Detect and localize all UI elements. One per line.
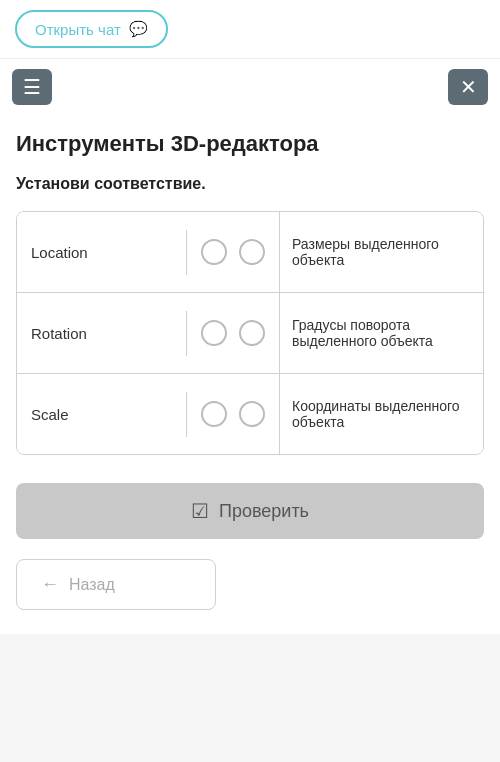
left-label-location: Location [31,244,88,261]
right-cell-rotation: Градусы поворота выделенного объекта [279,293,483,373]
matching-area: Location Размеры выделенного объекта Rot… [16,211,484,455]
left-label-rotation: Rotation [31,325,87,342]
table-row: Scale Координаты выделенного объекта [17,374,483,454]
radio-group-rotation [187,320,279,346]
instruction-text: Установи соответствие. [16,175,484,193]
check-icon: ☑ [191,499,209,523]
right-cell-location: Размеры выделенного объекта [279,212,483,292]
check-label: Проверить [219,501,309,522]
open-chat-label: Открыть чат [35,21,121,38]
arrow-left-icon: ← [41,574,59,595]
radio-left-rotation[interactable] [201,320,227,346]
right-label-rotation: Градусы поворота выделенного объекта [292,317,471,349]
open-chat-button[interactable]: Открыть чат 💬 [15,10,168,48]
left-cell-rotation: Rotation [17,311,187,356]
menu-button[interactable]: ☰ [12,69,52,105]
radio-right-location[interactable] [239,239,265,265]
chat-icon: 💬 [129,20,148,38]
back-button[interactable]: ← Назад [16,559,216,610]
top-bar: Открыть чат 💬 [0,0,500,58]
right-cell-scale: Координаты выделенного объекта [279,374,483,454]
right-label-scale: Координаты выделенного объекта [292,398,471,430]
table-row: Rotation Градусы поворота выделенного об… [17,293,483,374]
radio-left-location[interactable] [201,239,227,265]
radio-left-scale[interactable] [201,401,227,427]
table-row: Location Размеры выделенного объекта [17,212,483,293]
left-label-scale: Scale [31,406,69,423]
radio-right-rotation[interactable] [239,320,265,346]
menu-icon: ☰ [23,75,41,99]
right-label-location: Размеры выделенного объекта [292,236,471,268]
back-label: Назад [69,576,115,594]
page-title: Инструменты 3D-редактора [16,131,484,157]
radio-group-location [187,239,279,265]
close-icon: ✕ [460,75,477,99]
radio-right-scale[interactable] [239,401,265,427]
header-row: ☰ ✕ [0,58,500,115]
left-cell-scale: Scale [17,392,187,437]
close-button[interactable]: ✕ [448,69,488,105]
check-button[interactable]: ☑ Проверить [16,483,484,539]
radio-group-scale [187,401,279,427]
left-cell-location: Location [17,230,187,275]
main-content: Инструменты 3D-редактора Установи соотве… [0,115,500,634]
